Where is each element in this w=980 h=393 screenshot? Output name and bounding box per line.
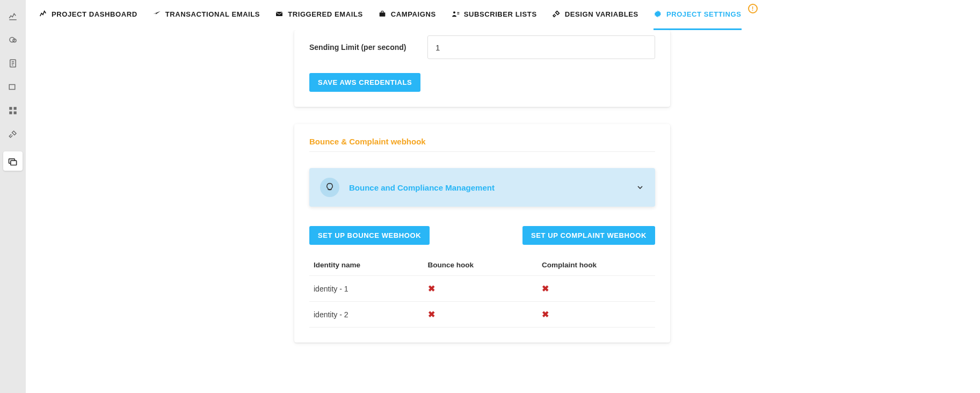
tab-design-variables[interactable]: DESIGN VARIABLES (552, 0, 638, 30)
briefcase-icon (378, 10, 387, 18)
sidebar-item-document[interactable] (6, 57, 19, 70)
table-row: identity - 2 ✖ ✖ (309, 302, 655, 328)
send-icon (153, 10, 161, 18)
tab-label: TRIGGERED EMAILS (288, 10, 363, 18)
svg-rect-10 (9, 107, 12, 110)
info-banner-title: Bounce and Compliance Management (349, 183, 626, 192)
tab-label: CAMPAIGNS (391, 10, 436, 18)
sidebar-item-cloud[interactable] (6, 33, 19, 46)
svg-point-0 (10, 38, 14, 42)
svg-rect-13 (14, 112, 17, 114)
svg-point-18 (453, 11, 455, 13)
mail-icon (275, 10, 284, 18)
table-header-bounce: Bounce hook (424, 254, 538, 276)
tools-icon (8, 129, 18, 139)
cloud-icon (8, 35, 18, 45)
info-banner[interactable]: Bounce and Compliance Management (309, 168, 655, 207)
svg-rect-6 (9, 85, 15, 90)
svg-rect-17 (379, 12, 385, 16)
card-aws-credentials: Sending Limit (per second) SAVE AWS CRED… (294, 30, 670, 107)
save-aws-credentials-button[interactable]: SAVE AWS CREDENTIALS (309, 73, 420, 92)
tab-label: TRANSACTIONAL EMAILS (165, 10, 260, 18)
tab-label: SUBSCRIBER LISTS (464, 10, 537, 18)
setup-bounce-webhook-button[interactable]: SET UP BOUNCE WEBHOOK (309, 226, 430, 245)
tab-project-dashboard[interactable]: PROJECT DASHBOARD (39, 0, 137, 30)
sidebar-item-grid[interactable] (6, 104, 19, 117)
tab-label: PROJECT DASHBOARD (52, 10, 137, 18)
content-area: Sending Limit (per second) SAVE AWS CRED… (26, 30, 980, 393)
x-icon: ✖ (428, 284, 435, 293)
table-header-complaint: Complaint hook (538, 254, 655, 276)
x-icon: ✖ (542, 284, 549, 293)
analytics-icon (8, 11, 18, 21)
tab-transactional-emails[interactable]: TRANSACTIONAL EMAILS (153, 0, 260, 30)
gear-icon (654, 10, 662, 18)
identity-name-cell: identity - 1 (309, 276, 424, 302)
x-icon: ✖ (542, 310, 549, 319)
setup-complaint-webhook-button[interactable]: SET UP COMPLAINT WEBHOOK (522, 226, 655, 245)
tab-label: DESIGN VARIABLES (565, 10, 638, 18)
sidebar (0, 0, 26, 393)
sending-limit-input[interactable] (427, 35, 655, 59)
alert-badge-icon: ! (748, 4, 758, 13)
lightbulb-icon (320, 178, 339, 197)
table-header-identity: Identity name (309, 254, 424, 276)
tab-subscriber-lists[interactable]: SUBSCRIBER LISTS (451, 0, 537, 30)
sidebar-item-layout[interactable] (6, 81, 19, 93)
svg-rect-15 (11, 161, 17, 165)
section-title: Bounce & Complaint webhook (309, 124, 655, 152)
card-bounce-complaint: Bounce & Complaint webhook Bounce and Co… (294, 124, 670, 343)
folders-icon (8, 156, 18, 166)
svg-rect-12 (9, 112, 12, 114)
users-icon (451, 10, 460, 18)
grid-icon (8, 106, 18, 115)
identity-name-cell: identity - 2 (309, 302, 424, 328)
tab-bar: PROJECT DASHBOARD TRANSACTIONAL EMAILS T… (26, 0, 980, 30)
sidebar-item-analytics[interactable] (6, 10, 19, 23)
webhook-table: Identity name Bounce hook Complaint hook… (309, 254, 655, 328)
tab-label: PROJECT SETTINGS (666, 10, 742, 18)
svg-rect-16 (276, 12, 282, 16)
layout-icon (8, 82, 18, 92)
wrench-icon (552, 10, 561, 18)
chart-icon (39, 10, 47, 18)
sidebar-item-folders[interactable] (3, 151, 23, 171)
document-icon (8, 59, 18, 68)
svg-rect-11 (14, 107, 17, 110)
table-row: identity - 1 ✖ ✖ (309, 276, 655, 302)
chevron-down-icon (636, 183, 644, 192)
tab-project-settings[interactable]: PROJECT SETTINGS (654, 0, 742, 30)
sidebar-item-tools[interactable] (6, 128, 19, 141)
tab-campaigns[interactable]: CAMPAIGNS (378, 0, 436, 30)
x-icon: ✖ (428, 310, 435, 319)
tab-triggered-emails[interactable]: TRIGGERED EMAILS (275, 0, 363, 30)
sending-limit-label: Sending Limit (per second) (309, 43, 417, 52)
